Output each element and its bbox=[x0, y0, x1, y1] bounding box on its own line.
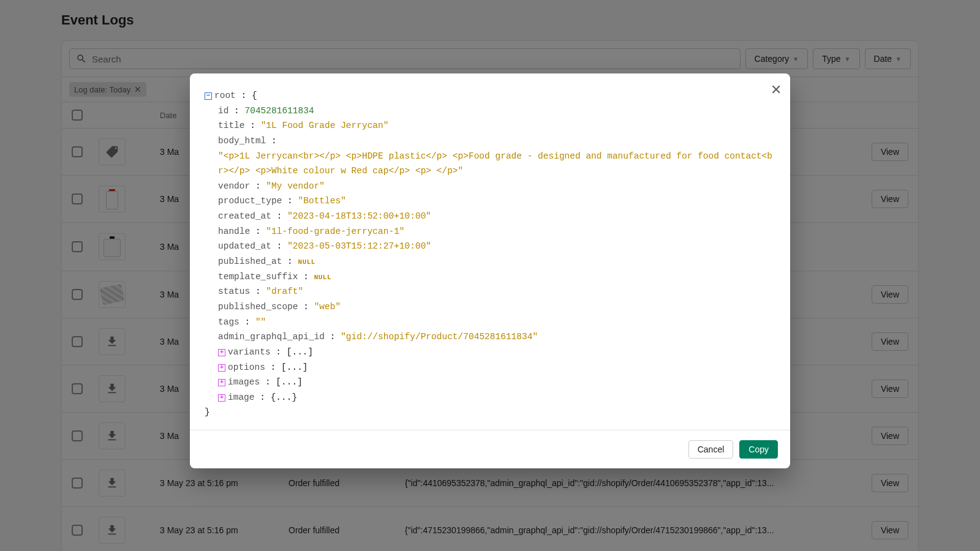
json-viewer: −root : { id : 7045281611834 title : "1L… bbox=[190, 73, 790, 430]
close-button[interactable]: ✕ bbox=[771, 82, 782, 98]
expand-icon[interactable]: + bbox=[218, 349, 225, 356]
cancel-button[interactable]: Cancel bbox=[688, 440, 734, 459]
expand-icon[interactable]: + bbox=[218, 394, 225, 402]
expand-icon[interactable]: + bbox=[218, 364, 225, 372]
copy-button[interactable]: Copy bbox=[739, 440, 778, 459]
json-modal: ✕ −root : { id : 7045281611834 title : "… bbox=[190, 73, 790, 468]
modal-overlay: ✕ −root : { id : 7045281611834 title : "… bbox=[0, 0, 980, 551]
modal-footer: Cancel Copy bbox=[190, 430, 790, 468]
collapse-icon[interactable]: − bbox=[205, 92, 212, 100]
expand-icon[interactable]: + bbox=[218, 379, 225, 386]
